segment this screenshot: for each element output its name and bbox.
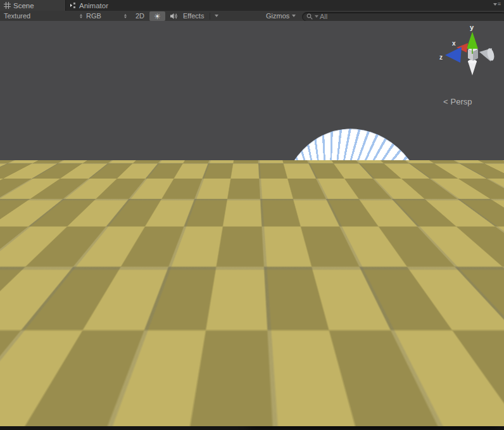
search-value: All — [320, 13, 327, 20]
effects-label: Effects — [183, 12, 204, 20]
toggle-2d-button[interactable]: 2D — [130, 11, 149, 21]
normal-button[interactable]: Normal — [338, 387, 384, 398]
speaker-icon — [170, 13, 178, 20]
scene-toolbar: Textured RGB 2D ☀ Effects Gizmos — [0, 11, 504, 22]
chevron-down-icon — [215, 15, 218, 17]
cube-object[interactable] — [113, 223, 149, 269]
dropdown-arrows-icon — [124, 14, 127, 18]
sun-icon: ☀ — [154, 12, 161, 21]
hamburger-icon: ≡ — [498, 1, 501, 7]
tab-scene-label: Scene — [13, 2, 34, 9]
gizmos-label: Gizmos — [266, 12, 289, 20]
unity-scene-view: Scene Animator ≡ Textured RGB 2D — [0, 0, 504, 430]
selected-verts-label: Selected verts: 3558 — [253, 414, 322, 423]
animator-icon — [70, 2, 77, 9]
locked-button[interactable]: Locked — [253, 401, 493, 412]
shading-mode-label: Textured — [4, 12, 30, 20]
gizmo-axis-z-cone[interactable] — [445, 47, 462, 63]
render-channel-dropdown[interactable]: RGB — [86, 11, 129, 21]
chevron-down-icon — [493, 3, 497, 6]
tab-animator-label: Animator — [79, 2, 108, 9]
normalcalc-button[interactable]: NormalCalc — [388, 387, 450, 398]
axis-z-label: z — [439, 54, 443, 61]
window-title: MeshManipulato — [254, 350, 305, 357]
divider — [210, 13, 210, 20]
persp-label: Persp — [451, 97, 472, 106]
chevron-down-icon — [292, 15, 296, 17]
axis-x-label: x — [452, 40, 456, 47]
orientation-gizmo[interactable]: y x z — [439, 23, 495, 75]
axis-y-label: y — [470, 23, 474, 31]
grid-icon — [4, 2, 11, 9]
vertsize-label: VertSize: 2.0 — [253, 374, 296, 383]
projection-mode-label[interactable]: < Persp — [443, 97, 494, 106]
mesh-manipulator-window: MeshManipulato × ≡ End Edit VertSize: 2.… — [248, 346, 498, 426]
render-channel-label: RGB — [86, 12, 101, 20]
shading-mode-dropdown[interactable]: Textured — [4, 11, 85, 21]
end-edit-button[interactable]: End Edit — [253, 360, 493, 372]
gizmos-dropdown[interactable]: Gizmos — [266, 11, 296, 21]
local-button[interactable]: Local — [253, 387, 291, 398]
slider-handle[interactable] — [409, 376, 416, 383]
maximize-icon[interactable] — [476, 350, 482, 355]
tab-bar: Scene Animator ≡ — [0, 0, 504, 11]
gizmo-axis-y-cone[interactable] — [467, 32, 478, 49]
scene-audio-button[interactable] — [167, 11, 182, 21]
effects-dropdown[interactable]: Effects — [183, 11, 218, 21]
persp-arrow-icon: < — [443, 97, 448, 106]
tab-scene[interactable]: Scene — [0, 0, 66, 11]
tab-animator[interactable]: Animator — [66, 0, 120, 11]
search-filter-arrow-icon[interactable] — [315, 15, 318, 18]
vertsize-slider[interactable] — [400, 375, 496, 384]
search-icon — [306, 13, 313, 20]
search-input[interactable]: All — [302, 12, 504, 22]
testray-button[interactable]: testRay — [453, 387, 500, 398]
chevron-down-icon — [486, 357, 490, 360]
window-title-tab[interactable]: MeshManipulato — [251, 349, 313, 358]
gizmo-axis-x-cone[interactable] — [457, 43, 468, 53]
scene-lighting-button[interactable]: ☀ — [149, 11, 165, 21]
scale-button[interactable]: Scale — [295, 387, 334, 398]
dropdown-arrows-icon — [80, 14, 82, 18]
mode-button-row: Local Scale Normal NormalCalc testRay — [253, 387, 500, 398]
viewport-bottom-border — [0, 426, 504, 430]
tab-context-menu-icon[interactable]: ≡ — [493, 1, 501, 7]
vertex-sphere-mesh[interactable] — [161, 182, 289, 319]
